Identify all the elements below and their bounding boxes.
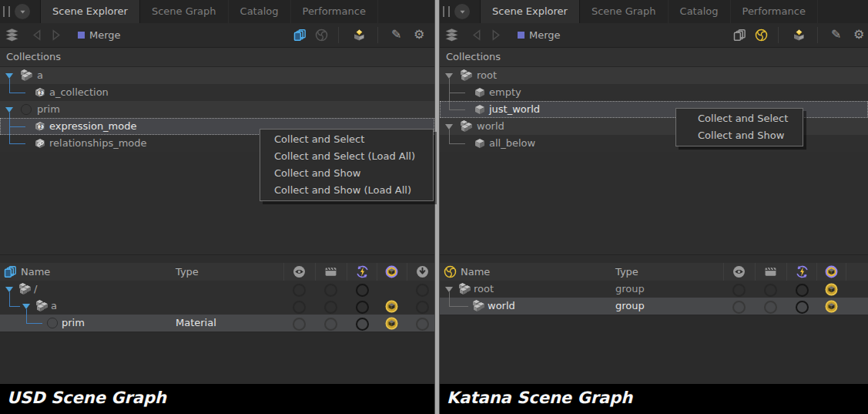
usd-stage-icon[interactable]: [733, 29, 746, 42]
gear-icon[interactable]: ⚙: [853, 26, 864, 43]
visibility-toggle[interactable]: [293, 284, 306, 297]
render-toggle[interactable]: [324, 318, 337, 331]
menu-item-collect-and-show[interactable]: Collect and Show: [260, 165, 433, 182]
visibility-toggle[interactable]: [293, 318, 306, 331]
render-toggle[interactable]: [764, 284, 777, 297]
table-row-root[interactable]: root group: [440, 281, 868, 298]
tree-row-all-below[interactable]: all_below: [440, 135, 868, 152]
gem-box-icon[interactable]: [793, 29, 806, 42]
table-row-root[interactable]: /: [0, 281, 434, 298]
visibility-toggle[interactable]: [293, 301, 306, 314]
load-toggle[interactable]: [416, 301, 429, 314]
panel-menu-button[interactable]: [15, 4, 30, 19]
tab-performance[interactable]: Performance: [731, 0, 818, 23]
load-toggle[interactable]: [416, 284, 429, 297]
column-separator: [723, 263, 724, 281]
pencil-icon[interactable]: ✎: [831, 26, 841, 43]
tab-scene-graph[interactable]: Scene Graph: [580, 0, 669, 23]
tree-row-just-world[interactable]: just_world: [440, 101, 868, 118]
pencil-icon[interactable]: ✎: [391, 26, 401, 43]
tab-catalog[interactable]: Catalog: [229, 0, 291, 23]
back-icon[interactable]: [31, 29, 44, 42]
name-column-header[interactable]: Name: [21, 263, 50, 281]
live-update-toggle[interactable]: [796, 301, 809, 314]
render-toggle[interactable]: [764, 301, 777, 314]
menu-item-collect-and-show-load-all[interactable]: Collect and Show (Load All): [260, 182, 433, 199]
layers-icon[interactable]: [444, 29, 459, 42]
forward-icon[interactable]: [489, 29, 502, 42]
column-separator: [377, 263, 377, 281]
toolbar: Merge ✎ ⚙: [0, 23, 434, 48]
menu-item-collect-and-select-load-all[interactable]: Collect and Select (Load All): [260, 148, 433, 165]
visibility-column-icon[interactable]: [293, 265, 306, 278]
tree-row-root[interactable]: root: [440, 67, 868, 84]
live-update-toggle[interactable]: [796, 284, 809, 297]
live-update-toggle[interactable]: [356, 301, 369, 314]
toolbar: Merge ✎ ⚙: [440, 23, 868, 48]
tree-row-a-collection[interactable]: a_collection: [0, 84, 434, 101]
working-set-badge[interactable]: [825, 283, 838, 296]
panel-menu-button[interactable]: [454, 4, 470, 19]
tab-performance[interactable]: Performance: [291, 0, 378, 23]
table-row-a[interactable]: a: [0, 298, 434, 315]
expander-icon[interactable]: [445, 124, 453, 130]
working-set-badge[interactable]: [385, 300, 398, 313]
render-column-icon[interactable]: [324, 265, 337, 278]
expander-icon[interactable]: [5, 287, 13, 292]
working-set-badge[interactable]: [825, 300, 838, 313]
table-row-prim[interactable]: prim Material: [0, 315, 434, 332]
live-update-column-icon[interactable]: [356, 265, 369, 278]
node-name-label: Merge: [529, 23, 561, 47]
chevron-down-icon: [18, 8, 27, 16]
tree-guide: [9, 292, 20, 307]
tab-scene-explorer[interactable]: Scene Explorer: [40, 0, 140, 23]
tree-row-a[interactable]: a: [0, 67, 434, 84]
working-set-column-icon[interactable]: [385, 265, 398, 278]
back-icon[interactable]: [471, 29, 484, 42]
live-update-toggle[interactable]: [356, 318, 369, 331]
visibility-toggle[interactable]: [732, 284, 746, 297]
table-row-world[interactable]: world group: [440, 298, 868, 315]
forward-icon[interactable]: [49, 29, 62, 42]
type-column-header[interactable]: Type: [176, 263, 199, 281]
tab-scene-explorer[interactable]: Scene Explorer: [480, 0, 580, 23]
load-column-icon[interactable]: [416, 265, 429, 278]
visibility-toggle[interactable]: [732, 301, 746, 314]
panel-grip[interactable]: [443, 6, 450, 17]
tree-row-empty[interactable]: empty: [440, 84, 868, 101]
tree-row-world[interactable]: world: [440, 118, 868, 135]
name-column-header[interactable]: Name: [461, 263, 490, 281]
working-set-badge[interactable]: [385, 317, 398, 330]
expander-icon[interactable]: [5, 107, 13, 113]
render-column-icon[interactable]: [764, 265, 777, 278]
render-toggle[interactable]: [324, 284, 337, 297]
panel-grip[interactable]: [3, 6, 10, 17]
type-column-header[interactable]: Type: [615, 263, 638, 281]
menu-item-collect-and-show[interactable]: Collect and Show: [676, 127, 803, 144]
panel-splitter[interactable]: [434, 0, 440, 414]
expander-icon[interactable]: [445, 73, 453, 79]
live-update-column-icon[interactable]: [796, 265, 809, 278]
load-toggle[interactable]: [416, 318, 429, 331]
working-set-column-icon[interactable]: [825, 265, 838, 278]
layers-icon[interactable]: [5, 29, 19, 42]
expander-icon[interactable]: [5, 73, 13, 79]
katana-swirl-icon[interactable]: [315, 29, 328, 42]
menu-item-collect-and-select[interactable]: Collect and Select: [676, 110, 803, 127]
tab-catalog[interactable]: Catalog: [669, 0, 731, 23]
expander-icon[interactable]: [22, 304, 30, 309]
usd-stage-icon[interactable]: [293, 29, 307, 42]
tab-scene-graph[interactable]: Scene Graph: [140, 0, 229, 23]
row-name: world: [488, 298, 515, 315]
live-update-toggle[interactable]: [356, 284, 369, 297]
expander-icon[interactable]: [445, 287, 453, 292]
visibility-column-icon[interactable]: [732, 265, 746, 278]
column-separator: [786, 263, 787, 281]
render-toggle[interactable]: [324, 301, 337, 314]
menu-item-collect-and-select[interactable]: Collect and Select: [260, 131, 433, 148]
gear-icon[interactable]: ⚙: [414, 26, 424, 43]
gem-box-icon[interactable]: [353, 29, 366, 42]
node-color-swatch: [518, 32, 524, 39]
tree-row-prim[interactable]: prim: [0, 101, 434, 118]
katana-swirl-icon[interactable]: [755, 29, 768, 42]
